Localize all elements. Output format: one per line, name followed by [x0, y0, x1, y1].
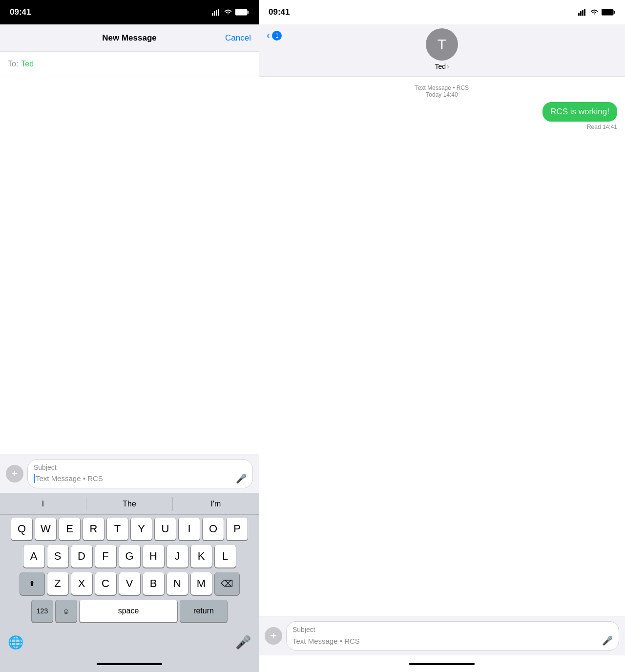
key-d[interactable]: D	[71, 545, 92, 567]
mic-icon-right[interactable]: 🎤	[602, 635, 613, 646]
battery-icon-left	[235, 9, 249, 16]
key-i[interactable]: I	[179, 518, 200, 540]
key-u[interactable]: U	[155, 518, 176, 540]
input-area-right: + Subject Text Message • RCS 🎤	[259, 616, 625, 655]
cancel-button[interactable]: Cancel	[225, 33, 251, 43]
suggestion-i[interactable]: I	[0, 495, 86, 513]
key-g[interactable]: G	[119, 545, 140, 567]
back-chevron-icon: ‹	[267, 29, 270, 42]
wifi-icon-left	[224, 9, 232, 16]
svg-rect-1	[214, 11, 215, 16]
suggestion-the[interactable]: The	[86, 495, 172, 513]
svg-rect-0	[212, 13, 213, 16]
svg-rect-5	[248, 11, 249, 14]
key-row-2: A S D F G H J K L	[1, 545, 257, 567]
new-message-title: New Message	[102, 33, 157, 43]
globe-icon[interactable]: 🌐	[8, 635, 23, 650]
text-row-right: Text Message • RCS 🎤	[292, 635, 613, 646]
read-status: Read 14:41	[267, 124, 617, 130]
input-area-left: + Subject Text Message • RCS 🎤	[0, 454, 259, 493]
signal-icon-left	[212, 9, 221, 16]
keyboard-bottom-bar: 🌐 🎤	[0, 629, 259, 655]
to-label: To:	[8, 60, 18, 68]
key-q[interactable]: Q	[11, 518, 32, 540]
key-row-4: 123 ☺ space return	[1, 600, 257, 622]
key-m[interactable]: M	[191, 572, 212, 595]
message-row: RCS is working!	[267, 102, 617, 122]
key-r[interactable]: R	[83, 518, 104, 540]
suggestion-im[interactable]: I'm	[173, 495, 259, 513]
key-emoji[interactable]: ☺	[56, 600, 77, 622]
keyboard-suggestions: I The I'm	[0, 493, 259, 515]
key-t[interactable]: T	[107, 518, 128, 540]
status-icons-right	[578, 9, 615, 16]
key-e[interactable]: E	[59, 518, 80, 540]
key-a[interactable]: A	[23, 545, 44, 567]
key-row-1: Q W E R T Y U I O P	[1, 518, 257, 540]
key-b[interactable]: B	[143, 572, 164, 595]
home-indicator-left	[0, 655, 259, 672]
cursor-left	[34, 474, 35, 483]
home-indicator-right	[259, 655, 625, 672]
chat-header: ‹ 1 T Ted ›	[259, 24, 625, 77]
contact-avatar[interactable]: T	[426, 28, 458, 61]
keyboard: I The I'm Q W E R T Y U I O P A	[0, 493, 259, 672]
svg-rect-2	[216, 10, 217, 16]
key-123[interactable]: 123	[32, 600, 53, 622]
key-j[interactable]: J	[167, 545, 188, 567]
contact-name[interactable]: Ted	[435, 63, 446, 70]
key-return[interactable]: return	[180, 600, 227, 622]
message-placeholder-right: Text Message • RCS	[292, 637, 360, 645]
key-s[interactable]: S	[47, 545, 68, 567]
key-k[interactable]: K	[191, 545, 212, 567]
message-bubble: RCS is working!	[542, 102, 617, 122]
plus-button-right[interactable]: +	[265, 627, 282, 645]
signal-icon-right	[578, 9, 587, 16]
plus-button-left[interactable]: +	[6, 465, 23, 483]
nav-bar-left: New Message Cancel	[0, 24, 259, 52]
key-n[interactable]: N	[167, 572, 188, 595]
subject-placeholder-left: Subject	[34, 463, 247, 471]
svg-rect-3	[218, 9, 219, 16]
back-badge: 1	[272, 31, 282, 41]
subject-placeholder-right: Subject	[292, 626, 613, 633]
key-y[interactable]: Y	[131, 518, 152, 540]
key-o[interactable]: O	[203, 518, 224, 540]
to-value[interactable]: Ted	[21, 60, 34, 68]
battery-icon-right	[602, 9, 615, 16]
mic-icon-keyboard[interactable]: 🎤	[235, 635, 251, 650]
key-l[interactable]: L	[215, 545, 236, 567]
time-right: 09:41	[269, 7, 290, 17]
key-delete[interactable]: ⌫	[215, 572, 239, 595]
to-row: To: Ted	[0, 52, 259, 76]
message-meta: Text Message • RCS Today 14:40	[267, 84, 617, 98]
contact-name-row: Ted ›	[435, 63, 449, 70]
message-input-right[interactable]: Subject Text Message • RCS 🎤	[286, 621, 619, 651]
key-row-3: ⬆ Z X C V B N M ⌫	[1, 572, 257, 595]
key-f[interactable]: F	[95, 545, 116, 567]
key-p[interactable]: P	[227, 518, 248, 540]
message-input-left[interactable]: Subject Text Message • RCS 🎤	[27, 459, 253, 488]
status-bar-left: 09:41	[0, 0, 259, 24]
back-button[interactable]: ‹ 1	[267, 29, 282, 42]
key-shift[interactable]: ⬆	[20, 572, 44, 595]
svg-rect-6	[578, 13, 580, 16]
svg-rect-7	[580, 11, 582, 16]
key-v[interactable]: V	[119, 572, 140, 595]
key-w[interactable]: W	[35, 518, 56, 540]
key-h[interactable]: H	[143, 545, 164, 567]
home-bar-left	[97, 663, 162, 665]
message-list: Text Message • RCS Today 14:40 RCS is wo…	[259, 77, 625, 616]
key-z[interactable]: Z	[47, 572, 68, 595]
left-panel: 09:41 New Message Cancel To: Te	[0, 0, 259, 672]
right-panel: 09:41 ‹ 1 T	[259, 0, 625, 672]
contact-chevron-icon: ›	[447, 63, 449, 70]
status-icons-left	[212, 9, 249, 16]
status-bar-right: 09:41	[259, 0, 625, 24]
key-x[interactable]: X	[71, 572, 92, 595]
key-c[interactable]: C	[95, 572, 116, 595]
mic-icon-left[interactable]: 🎤	[236, 473, 247, 484]
time-left: 09:41	[10, 7, 31, 17]
svg-rect-9	[584, 9, 585, 16]
key-space[interactable]: space	[80, 600, 177, 622]
